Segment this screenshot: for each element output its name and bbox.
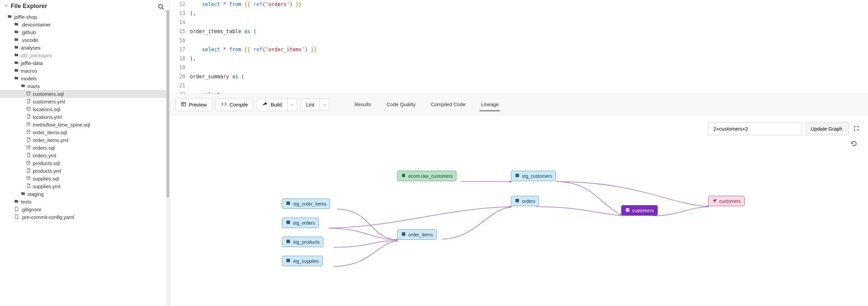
model-icon	[285, 239, 291, 245]
lineage-node-raw[interactable]: ecom.raw_customers	[397, 171, 456, 181]
tree-item-locations-yml[interactable]: locations.yml	[0, 113, 169, 121]
svg-rect-21	[286, 240, 290, 243]
lineage-graph[interactable]: ecom.raw_customersstg_customersstg_order…	[170, 115, 868, 306]
tree-item-label: .pre-commit-config.yaml	[21, 214, 74, 220]
folder-icon	[13, 199, 20, 204]
tree-item-customers-yml[interactable]: customers.yml	[0, 98, 169, 106]
tree-item-orders-yml[interactable]: orders.yml	[0, 152, 169, 159]
code-line[interactable]: order_summary as (	[190, 72, 868, 81]
tab-lineage[interactable]: Lineage	[479, 98, 500, 111]
tree-item--github[interactable]: .github	[0, 28, 169, 36]
folder-icon	[13, 76, 20, 81]
file-explorer-sidebar: File Explorer jaffle-shop.devcontainer.g…	[0, 0, 170, 306]
tree-item-orders-sql[interactable]: orders.sql	[0, 144, 169, 152]
code-editor[interactable]: 1213141516171819202122 select * from {{ …	[170, 0, 868, 94]
lineage-node-stg_orders[interactable]: stg_orders	[282, 218, 319, 228]
lint-button[interactable]: Lint	[301, 99, 320, 111]
exposure-icon	[712, 198, 717, 204]
yml-icon	[25, 153, 31, 158]
search-icon[interactable]	[157, 3, 165, 12]
preview-button[interactable]: Preview	[175, 98, 212, 111]
tab-results[interactable]: Results	[353, 98, 372, 111]
tree-item-products-sql[interactable]: products.sql	[0, 159, 169, 167]
svg-point-2	[27, 92, 30, 93]
model-icon	[625, 207, 630, 214]
build-button[interactable]: Build	[257, 98, 287, 111]
tree-item-jaffle-data[interactable]: jaffle-data	[0, 59, 169, 67]
tree-item--vscode[interactable]: .vscode	[0, 36, 169, 44]
code-line[interactable]: order_items_table as (	[190, 27, 868, 36]
tree-item-label: order_items.yml	[33, 137, 68, 143]
tree-item--pre-commit-config-yaml[interactable]: .pre-commit-config.yaml	[0, 213, 169, 221]
tree-item--devcontainer[interactable]: .devcontainer	[0, 21, 169, 28]
tab-compiled-code[interactable]: Compiled Code	[430, 98, 467, 111]
lineage-node-customers_exp[interactable]: customers	[708, 196, 745, 206]
tree-item-supplies-yml[interactable]: supplies.yml	[0, 183, 169, 190]
scrollbar-thumb[interactable]	[166, 10, 169, 197]
tree-item-order-items-sql[interactable]: order_items.sql	[0, 129, 169, 136]
lineage-node-stg_customers[interactable]: stg_customers	[511, 171, 556, 181]
tree-item-label: .gitignore	[21, 206, 41, 212]
tree-item-marts[interactable]: marts	[0, 82, 169, 90]
editor-code[interactable]: select * from {{ ref('orders') }}),order…	[190, 0, 868, 94]
tree-item-supplies-sql[interactable]: supplies.sql	[0, 175, 169, 183]
code-line[interactable]: select * from {{ ref('order_items') }}	[190, 45, 868, 54]
svg-point-8	[27, 176, 30, 178]
lineage-node-stg_supplies[interactable]: stg_supplies	[282, 256, 323, 266]
folder-icon	[13, 37, 20, 43]
lineage-node-customers[interactable]: customers	[621, 205, 658, 216]
node-label: order_items	[408, 232, 433, 238]
build-dropdown[interactable]	[287, 98, 297, 111]
lineage-node-orders[interactable]: orders	[511, 196, 539, 206]
compile-button[interactable]: Compile	[216, 98, 253, 111]
lineage-node-stg_products[interactable]: stg_products	[282, 237, 323, 247]
lineage-node-order_items[interactable]: order_items	[397, 229, 437, 240]
line-number: 13	[170, 9, 185, 18]
code-line[interactable]	[190, 63, 868, 72]
tree-item-tests[interactable]: tests	[0, 198, 169, 205]
tree-item-customers-sql[interactable]: customers.sql	[0, 90, 169, 98]
model-icon	[285, 220, 291, 226]
code-line[interactable]: ),	[190, 9, 868, 18]
table-icon	[181, 102, 186, 108]
tree-item-dbt-packages[interactable]: dbt_packages	[0, 52, 169, 59]
tree-item--gitignore[interactable]: .gitignore	[0, 205, 169, 213]
code-line[interactable]	[190, 36, 868, 45]
tab-code-quality[interactable]: Code Quality	[385, 98, 417, 111]
lint-dropdown[interactable]	[320, 99, 330, 111]
svg-point-7	[27, 161, 30, 162]
yml-icon	[25, 114, 31, 120]
code-line[interactable]	[190, 18, 868, 27]
tree-item-label: .github	[21, 29, 36, 35]
svg-rect-18	[516, 174, 519, 177]
code-line[interactable]: ),	[190, 54, 868, 63]
tree-item-metricflow-time-spine-sql[interactable]: metricflow_time_spine.sql	[0, 121, 169, 129]
code-line[interactable]: select * from {{ ref('orders') }}	[190, 0, 868, 9]
file-explorer-title: File Explorer	[11, 3, 47, 10]
svg-point-5	[27, 130, 30, 132]
tree-item-analyses[interactable]: analyses	[0, 44, 169, 52]
tree-item-order-items-yml[interactable]: order_items.yml	[0, 136, 169, 144]
code-line[interactable]	[190, 81, 868, 90]
lineage-node-stg_order_items[interactable]: stg_order_items	[282, 198, 330, 209]
line-number: 15	[170, 27, 185, 36]
tree-item-label: locations.sql	[33, 107, 61, 112]
tree-item-label: models	[21, 76, 37, 81]
line-number: 18	[170, 54, 185, 63]
file-icon	[13, 214, 20, 220]
svg-rect-20	[286, 221, 290, 224]
file-explorer-header[interactable]: File Explorer	[0, 0, 169, 12]
tree-item-macros[interactable]: macros	[0, 67, 169, 75]
tree-item-label: locations.yml	[33, 114, 62, 120]
hammer-icon	[262, 102, 268, 108]
lineage-panel: Update Graph	[170, 115, 868, 306]
tree-item-staging[interactable]: staging	[0, 190, 169, 198]
tree-item-models[interactable]: models	[0, 75, 169, 82]
line-number: 17	[170, 45, 185, 54]
tree-item-jaffle-shop[interactable]: jaffle-shop	[0, 13, 169, 21]
node-label: ecom.raw_customers	[408, 173, 453, 179]
node-label: customers	[719, 198, 741, 204]
scrollbar[interactable]	[166, 10, 169, 306]
tree-item-products-yml[interactable]: products.yml	[0, 167, 169, 175]
tree-item-locations-sql[interactable]: locations.sql	[0, 106, 169, 113]
